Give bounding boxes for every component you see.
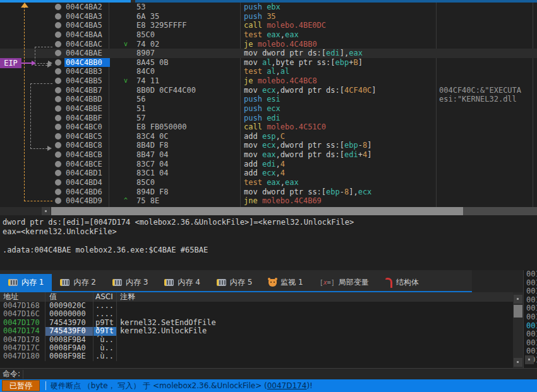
disasm-row[interactable]: 004C4BA5E8 3295FFFFcall molebo.4BE0DC — [0, 21, 537, 30]
disasm-row[interactable]: 004C4BBF57push edi — [0, 114, 537, 123]
breakpoint-dot[interactable] — [55, 87, 61, 93]
instruction-address[interactable]: 004C4BD6 — [66, 187, 109, 197]
breakpoint-dot[interactable] — [55, 41, 61, 47]
stack-pane-clipped[interactable]: 001001001001001001001001001001001 — [523, 270, 537, 368]
stack-address-clipped[interactable]: 001 — [524, 279, 537, 288]
breakpoint-dot[interactable] — [55, 78, 61, 84]
command-input[interactable] — [23, 369, 537, 380]
memory-row[interactable]: 0047D17074543970p9Ttkernel32.SetEndOfFil… — [0, 319, 513, 327]
memory-address[interactable]: 0047D180 — [0, 352, 45, 360]
memory-address[interactable]: 0047D178 — [0, 336, 45, 344]
scroll-down-button[interactable] — [514, 358, 522, 367]
breakpoint-dot[interactable] — [55, 189, 61, 195]
breakpoint-dot[interactable] — [55, 170, 61, 176]
memory-value[interactable]: 00000000 — [45, 310, 94, 318]
scrollbar-thumb[interactable] — [514, 305, 522, 318]
disasm-row[interactable]: 004C4BA36A 35push 35 — [0, 12, 537, 21]
memory-row[interactable]: 0047D174745439F0ð9Ttkernel32.UnlockFile — [0, 327, 513, 335]
memory-value[interactable]: 0008F9B4 — [45, 336, 94, 344]
disasm-row[interactable]: 004C4BB384C0test al,al — [0, 67, 537, 76]
instruction-address[interactable]: 004C4BAA — [66, 30, 109, 40]
disasm-row[interactable]: 004C4BBD56push esiesi:"KERNEL32.dll — [0, 95, 537, 104]
breakpoint-dot[interactable] — [55, 142, 61, 148]
breakpoint-dot[interactable] — [55, 96, 61, 102]
disasm-row[interactable]: 004C4BC88B4D F8mov ecx,dword ptr ss:[ebp… — [0, 141, 537, 150]
breakpoint-dot[interactable] — [55, 22, 61, 28]
instruction-address[interactable]: 004C4BD9 — [66, 196, 109, 206]
memory-address[interactable]: 0047D17C — [0, 344, 45, 352]
memory-row[interactable]: 0047D1780008F9B4´ù.. — [0, 336, 513, 344]
instruction-address[interactable]: 004C4BB5 — [66, 76, 109, 86]
memory-address[interactable]: 0047D174 — [0, 327, 45, 335]
memory-address[interactable]: 0047D16C — [0, 310, 45, 318]
scroll-down-button[interactable] — [525, 355, 534, 364]
disasm-row[interactable]: 004C4BB08A45 0Bmov al,byte ptr ss:[ebp+B… — [0, 58, 537, 68]
disasm-row[interactable]: 004C4BB5v74 11je molebo.4C4BC8 — [0, 76, 537, 86]
disasm-row[interactable]: 004C4BCB8B47 04mov eax,dword ptr ds:[edi… — [0, 150, 537, 160]
tab-内存-3[interactable]: 内存 3 — [104, 274, 156, 291]
memory-value[interactable]: 74543970 — [45, 319, 94, 327]
instruction-address[interactable]: 004C4BCB — [66, 150, 109, 160]
breakpoint-dot[interactable] — [55, 68, 61, 74]
memory-ascii[interactable]: .... — [94, 310, 117, 318]
instruction-address[interactable]: 004C4BA5 — [66, 21, 109, 30]
stack-address-clipped[interactable]: 001 — [524, 270, 537, 279]
memory-row[interactable]: 0047D17C0008F9A0 ù.. — [0, 344, 513, 352]
stack-address-clipped[interactable]: 001 — [524, 296, 537, 305]
disasm-row[interactable]: 004C4BD485C0test eax,eax — [0, 178, 537, 187]
disasm-row[interactable]: 004C4BD9^75 8Ejne molebo.4C4B69 — [0, 196, 537, 206]
instruction-address[interactable]: 004C4BC8 — [66, 141, 109, 150]
disasm-horizontal-scrollbar[interactable] — [0, 207, 537, 215]
breakpoint-address-link[interactable]: 0047D174 — [267, 381, 307, 390]
instruction-address[interactable]: 004C4BC5 — [66, 132, 109, 141]
scroll-up-button[interactable] — [514, 295, 522, 304]
memory-row[interactable]: 0047D16C00000000.... — [0, 310, 513, 318]
breakpoint-dot[interactable] — [55, 32, 61, 38]
memory-value[interactable]: 745439F0 — [45, 327, 94, 335]
memory-address[interactable]: 0047D168 — [0, 302, 45, 310]
breakpoint-dot[interactable] — [55, 115, 61, 121]
memory-ascii[interactable]: ð9Tt — [94, 327, 117, 335]
memory-ascii[interactable]: ´ù.. — [94, 336, 117, 344]
breakpoint-dot[interactable] — [55, 133, 61, 140]
stack-address-clipped[interactable]: 001 — [524, 347, 537, 356]
tab-内存-1[interactable]: 内存 1 — [0, 274, 52, 291]
breakpoint-dot[interactable] — [55, 59, 61, 66]
instruction-address[interactable]: 004C4BBF — [66, 114, 109, 123]
stack-address-clipped[interactable]: 001 — [524, 330, 537, 339]
breakpoint-dot[interactable] — [55, 198, 61, 204]
disasm-row[interactable]: 004C4BAE8907mov dword ptr ds:[edi],eax — [0, 49, 537, 58]
instruction-address[interactable]: 004C4BC0 — [66, 122, 109, 132]
instruction-address[interactable]: 004C4BBD — [66, 95, 109, 104]
disasm-row[interactable]: 004C4BAA85C0test eax,eax — [0, 30, 537, 40]
breakpoint-dot[interactable] — [55, 13, 61, 20]
tab-内存-5[interactable]: 内存 5 — [208, 274, 260, 291]
disasm-row[interactable]: 004C4BA253push ebx — [0, 3, 537, 12]
disasm-row[interactable]: 004C4BD6894D F8mov dword ptr ss:[ebp-8],… — [0, 187, 537, 197]
memory-ascii[interactable]: p9Tt — [94, 319, 117, 327]
tab-内存-2[interactable]: 内存 2 — [52, 274, 104, 291]
disasm-row[interactable]: 004C4BD183C1 04add ecx,4 — [0, 169, 537, 178]
stack-address-clipped[interactable]: 001 — [524, 322, 537, 331]
disasm-row[interactable]: 004C4BACv74 02je molebo.4C4BB0 — [0, 40, 537, 49]
scrollbar-track[interactable] — [463, 207, 537, 215]
tab-监视-1[interactable]: 监视 1 — [260, 274, 311, 291]
instruction-address[interactable]: 004C4BA2 — [66, 3, 109, 12]
breakpoint-dot[interactable] — [55, 105, 61, 112]
stack-address-clipped[interactable]: 001 — [524, 313, 537, 322]
breakpoint-dot[interactable] — [55, 124, 61, 130]
instruction-address[interactable]: 004C4BD1 — [66, 169, 109, 178]
memory-row[interactable]: 0047D1800008F98E.ù.. — [0, 352, 513, 360]
breakpoint-dot[interactable] — [55, 4, 61, 10]
instruction-address[interactable]: 004C4BCE — [66, 160, 109, 169]
disasm-row[interactable]: 004C4BCE83C7 04add edi,4 — [0, 160, 537, 169]
disasm-row[interactable]: 004C4BC583C4 0Cadd esp,C — [0, 132, 537, 141]
memory-dump-table[interactable]: 地址值ASCI注释0047D1680009020C....0047D16C000… — [0, 292, 513, 368]
memory-vertical-scrollbar[interactable] — [513, 292, 523, 368]
breakpoint-dot[interactable] — [55, 50, 61, 56]
instruction-address[interactable]: 004C4BB0 — [64, 58, 110, 68]
tab-局部变量[interactable]: [x=]局部变量 — [311, 274, 377, 291]
instruction-address[interactable]: 004C4BBE — [66, 104, 109, 114]
memory-ascii[interactable]: .ù.. — [94, 352, 117, 360]
tab-结构体[interactable]: 结构体 — [377, 274, 427, 291]
